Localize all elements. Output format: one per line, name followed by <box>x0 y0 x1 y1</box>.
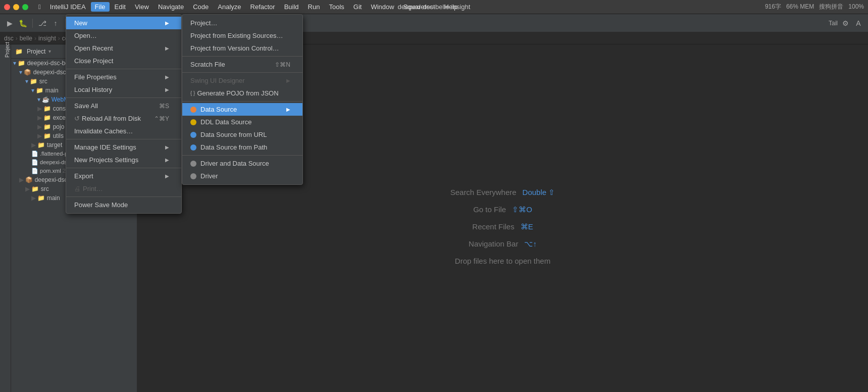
navigation-bar-label: Navigation Bar <box>469 239 518 248</box>
title-bar:  IntelliJ IDEA File Edit View Navigate … <box>0 0 868 14</box>
file-menu-local-history[interactable]: Local History ▶ <box>66 83 181 96</box>
file-menu-invalidate[interactable]: Invalidate Caches… <box>66 125 181 137</box>
new-submenu-driver[interactable]: Driver <box>182 170 302 182</box>
file-menu-open-recent-label: Open Recent <box>74 44 113 52</box>
file-menu-new[interactable]: New ▶ <box>66 17 181 29</box>
file-menu-new-projects-settings-label: New Projects Settings <box>74 156 138 164</box>
project-arrow[interactable]: ▾ <box>48 48 51 54</box>
recent-files-label: Recent Files <box>472 222 514 231</box>
debug-button[interactable]: 🐛 <box>17 18 28 29</box>
new-submenu-datasource-path-label: Data Source from Path <box>200 143 267 151</box>
file-menu-open-label: Open… <box>74 32 97 39</box>
file-menu-export-label: Export <box>74 172 93 180</box>
go-to-file-hint: Go to File ⇧⌘O <box>473 205 532 214</box>
window-title: deepexi-dsc-belle-insight <box>398 3 471 11</box>
ddl-datasource-icon <box>190 119 196 125</box>
run-menu[interactable]: Run <box>304 2 324 12</box>
driver-icon <box>190 173 196 179</box>
file-menu-open-recent[interactable]: Open Recent ▶ <box>66 42 181 55</box>
new-submenu-project-existing[interactable]: Project from Existing Sources… <box>182 29 302 42</box>
breadcrumb-sep-1: › <box>16 35 18 42</box>
file-menu-save-all-label: Save All <box>74 102 98 110</box>
view-menu[interactable]: View <box>131 2 153 12</box>
file-menu-manage-ide[interactable]: Manage IDE Settings ▶ <box>66 141 181 154</box>
refactor-menu[interactable]: Refactor <box>246 2 279 12</box>
file-menu-new-projects-settings[interactable]: New Projects Settings ▶ <box>66 154 181 166</box>
datasource-icon <box>190 107 196 113</box>
minimize-button[interactable] <box>13 4 19 10</box>
new-submenu-scratch-label: Scratch File <box>190 61 225 68</box>
build-menu[interactable]: Build <box>280 2 303 12</box>
print-icon: 🖨 <box>74 185 81 192</box>
git-button[interactable]: ⎇ <box>37 18 48 29</box>
new-submenu-driver-datasource[interactable]: Driver and Data Source <box>182 157 302 170</box>
project-icon[interactable]: Project <box>1 48 10 58</box>
file-menu-reload-shortcut: ⌃⌘Y <box>154 115 169 122</box>
tools-menu[interactable]: Tools <box>325 2 348 12</box>
new-submenu-project-label: Project… <box>190 19 217 27</box>
new-submenu-datasource-arrow: ▶ <box>286 107 290 112</box>
translate-button[interactable]: A <box>853 18 864 29</box>
code-menu[interactable]: Code <box>189 2 213 12</box>
file-menu-reload-label: Reload All from Disk <box>82 115 141 122</box>
maximize-button[interactable] <box>22 4 28 10</box>
analyze-menu[interactable]: Analyze <box>214 2 245 12</box>
apple-menu[interactable]:  <box>34 2 45 12</box>
file-menu-sep-1 <box>66 69 181 69</box>
file-menu-new-label: New <box>74 19 87 27</box>
drop-files-hint: Drop files here to open them <box>455 257 550 265</box>
drop-files-label: Drop files here to open them <box>455 257 550 265</box>
new-submenu-scratch-shortcut: ⇧⌘N <box>275 61 290 68</box>
new-submenu-sep-2 <box>182 72 302 73</box>
close-button[interactable] <box>4 4 10 10</box>
new-submenu-datasource[interactable]: Data Source ▶ <box>182 103 302 116</box>
new-submenu-scratch[interactable]: Scratch File ⇧⌘N <box>182 58 302 71</box>
file-menu-sep-4 <box>66 168 181 168</box>
sys-info: 916字 66% MEM 搜狗拼音 100% <box>765 3 864 11</box>
file-menu-open[interactable]: Open… <box>66 29 181 42</box>
file-menu-close-project[interactable]: Close Project <box>66 55 181 67</box>
intellij-menu[interactable]: IntelliJ IDEA <box>46 2 90 12</box>
new-submenu-ddl-datasource[interactable]: DDL Data Source <box>182 116 302 128</box>
project-title: Project <box>27 48 45 55</box>
new-submenu: Project… Project from Existing Sources… … <box>182 14 303 185</box>
navigation-bar-hint: Navigation Bar ⌥↑ <box>469 239 537 249</box>
datasource-url-icon <box>190 132 196 138</box>
navigate-menu[interactable]: Navigate <box>154 2 188 12</box>
file-menu-power-save[interactable]: Power Save Mode <box>66 199 181 211</box>
new-submenu-datasource-url[interactable]: Data Source from URL <box>182 128 302 141</box>
new-submenu-project[interactable]: Project… <box>182 17 302 29</box>
push-button[interactable]: ↑ <box>50 18 61 29</box>
new-submenu-datasource-label: Data Source <box>200 106 237 113</box>
file-menu-print-label: Print… <box>83 185 103 192</box>
breadcrumb-insight[interactable]: insight <box>38 35 56 42</box>
file-menu-save-all[interactable]: Save All ⌘S <box>66 100 181 112</box>
settings-button[interactable]: ⚙ <box>840 18 851 29</box>
git-menu[interactable]: Git <box>349 2 366 12</box>
file-menu-print: 🖨 Print… <box>66 182 181 195</box>
breadcrumb-belle[interactable]: belle <box>20 35 32 42</box>
breadcrumb-dsc[interactable]: dsc <box>4 35 14 42</box>
new-submenu-pojo[interactable]: { } Generate POJO from JSON <box>182 87 302 100</box>
new-submenu-swing[interactable]: Swing UI Designer ▶ <box>182 74 302 87</box>
file-menu-trigger[interactable]: File <box>91 2 110 12</box>
new-submenu-driver-datasource-label: Driver and Data Source <box>200 160 269 167</box>
file-menu-export[interactable]: Export ▶ <box>66 170 181 182</box>
project-folder-icon: 📁 <box>15 48 23 55</box>
new-submenu-datasource-path[interactable]: Data Source from Path <box>182 141 302 154</box>
edit-menu[interactable]: Edit <box>111 2 130 12</box>
file-menu-reload[interactable]: ↺ Reload All from Disk ⌃⌘Y <box>66 112 181 125</box>
recent-files-key: ⌘E <box>521 222 533 231</box>
file-menu-file-properties[interactable]: File Properties ▶ <box>66 71 181 83</box>
file-menu-file-properties-arrow: ▶ <box>165 74 169 80</box>
go-to-file-key: ⇧⌘O <box>512 205 532 214</box>
new-submenu-swing-arrow: ▶ <box>286 78 290 83</box>
datasource-path-icon <box>190 144 196 151</box>
new-submenu-project-vcs[interactable]: Project from Version Control… <box>182 42 302 55</box>
file-menu-invalidate-label: Invalidate Caches… <box>74 127 133 135</box>
file-menu-new-arrow: ▶ <box>165 20 169 26</box>
file-menu-save-all-shortcut: ⌘S <box>159 103 169 110</box>
window-menu[interactable]: Window <box>367 2 398 12</box>
run-button[interactable]: ▶ <box>4 18 15 29</box>
recent-files-hint: Recent Files ⌘E <box>472 222 533 231</box>
